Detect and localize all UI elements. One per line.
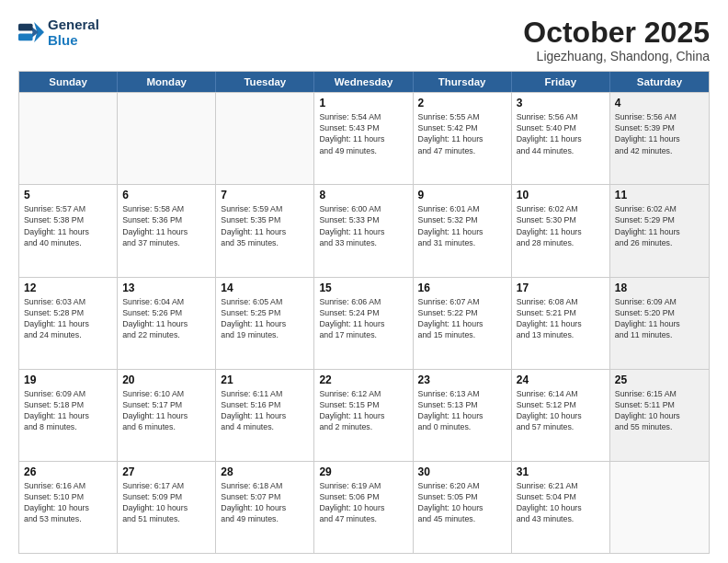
day-info: Sunrise: 5:54 AMSunset: 5:43 PMDaylight:… [319, 111, 407, 156]
logo-text: General Blue [48, 17, 99, 49]
cal-cell-5: 5Sunrise: 5:57 AMSunset: 5:38 PMDaylight… [19, 185, 118, 276]
cal-cell-6: 6Sunrise: 5:58 AMSunset: 5:36 PMDaylight… [118, 185, 216, 276]
logo-line1: General [48, 17, 99, 32]
day-info: Sunrise: 5:55 AMSunset: 5:42 PMDaylight:… [418, 111, 506, 156]
cal-cell-3: 3Sunrise: 5:56 AMSunset: 5:40 PMDaylight… [512, 93, 610, 184]
cal-cell-30: 30Sunrise: 6:20 AMSunset: 5:05 PMDayligh… [414, 462, 512, 553]
cal-cell-21: 21Sunrise: 6:11 AMSunset: 5:16 PMDayligh… [216, 370, 314, 461]
col-header-saturday: Saturday [610, 72, 709, 92]
day-number: 10 [517, 189, 605, 201]
day-number: 11 [615, 189, 704, 201]
cal-cell-empty-1 [118, 93, 216, 184]
day-info: Sunrise: 6:06 AMSunset: 5:24 PMDaylight:… [319, 296, 407, 341]
logo: General Blue [18, 17, 99, 49]
day-info: Sunrise: 6:17 AMSunset: 5:09 PMDaylight:… [122, 480, 210, 525]
day-number: 19 [24, 373, 112, 386]
day-number: 23 [418, 373, 506, 386]
cal-cell-empty-0 [19, 93, 118, 184]
cal-cell-28: 28Sunrise: 6:18 AMSunset: 5:07 PMDayligh… [216, 462, 314, 553]
day-info: Sunrise: 5:56 AMSunset: 5:39 PMDaylight:… [615, 111, 704, 156]
day-info: Sunrise: 6:09 AMSunset: 5:20 PMDaylight:… [615, 296, 704, 341]
cal-cell-26: 26Sunrise: 6:16 AMSunset: 5:10 PMDayligh… [19, 462, 118, 553]
cal-cell-2: 2Sunrise: 5:55 AMSunset: 5:42 PMDaylight… [414, 93, 512, 184]
day-number: 1 [319, 97, 407, 109]
day-info: Sunrise: 6:20 AMSunset: 5:05 PMDaylight:… [418, 480, 506, 525]
day-info: Sunrise: 6:14 AMSunset: 5:12 PMDaylight:… [517, 388, 605, 433]
day-number: 7 [221, 189, 309, 201]
cal-cell-empty-6 [610, 462, 709, 553]
week-row-3: 12Sunrise: 6:03 AMSunset: 5:28 PMDayligh… [19, 277, 709, 369]
day-number: 6 [122, 189, 210, 201]
col-header-monday: Monday [118, 72, 216, 92]
day-info: Sunrise: 5:56 AMSunset: 5:40 PMDaylight:… [517, 111, 605, 156]
cal-cell-12: 12Sunrise: 6:03 AMSunset: 5:28 PMDayligh… [19, 278, 118, 369]
cal-cell-8: 8Sunrise: 6:00 AMSunset: 5:33 PMDaylight… [314, 185, 413, 276]
day-number: 8 [319, 189, 407, 201]
day-info: Sunrise: 6:03 AMSunset: 5:28 PMDaylight:… [24, 296, 112, 341]
day-number: 17 [517, 282, 605, 294]
day-info: Sunrise: 6:16 AMSunset: 5:10 PMDaylight:… [24, 480, 112, 525]
week-row-4: 19Sunrise: 6:09 AMSunset: 5:18 PMDayligh… [19, 369, 709, 461]
day-info: Sunrise: 5:59 AMSunset: 5:35 PMDaylight:… [221, 203, 309, 248]
calendar-header: SundayMondayTuesdayWednesdayThursdayFrid… [19, 72, 709, 92]
day-number: 16 [418, 282, 506, 294]
day-info: Sunrise: 6:15 AMSunset: 5:11 PMDaylight:… [615, 388, 704, 433]
day-number: 18 [615, 282, 704, 294]
logo-icon [18, 19, 44, 45]
svg-rect-2 [18, 24, 33, 31]
week-row-1: 1Sunrise: 5:54 AMSunset: 5:43 PMDaylight… [19, 92, 709, 184]
day-number: 14 [221, 282, 309, 294]
day-number: 5 [24, 189, 112, 201]
cal-cell-11: 11Sunrise: 6:02 AMSunset: 5:29 PMDayligh… [610, 185, 709, 276]
col-header-tuesday: Tuesday [216, 72, 314, 92]
cal-cell-15: 15Sunrise: 6:06 AMSunset: 5:24 PMDayligh… [314, 278, 413, 369]
svg-rect-3 [18, 34, 33, 41]
col-header-friday: Friday [512, 72, 610, 92]
day-number: 29 [319, 465, 407, 478]
day-info: Sunrise: 6:07 AMSunset: 5:22 PMDaylight:… [418, 296, 506, 341]
day-number: 4 [615, 97, 704, 109]
cal-cell-7: 7Sunrise: 5:59 AMSunset: 5:35 PMDaylight… [216, 185, 314, 276]
day-number: 12 [24, 282, 112, 294]
cal-cell-17: 17Sunrise: 6:08 AMSunset: 5:21 PMDayligh… [512, 278, 610, 369]
calendar-page: General Blue October 2025 Ligezhuang, Sh… [0, 0, 728, 563]
day-info: Sunrise: 6:19 AMSunset: 5:06 PMDaylight:… [319, 480, 407, 525]
cal-cell-25: 25Sunrise: 6:15 AMSunset: 5:11 PMDayligh… [610, 370, 709, 461]
header: General Blue October 2025 Ligezhuang, Sh… [18, 17, 710, 63]
day-number: 13 [122, 282, 210, 294]
cal-cell-18: 18Sunrise: 6:09 AMSunset: 5:20 PMDayligh… [610, 278, 709, 369]
cal-cell-13: 13Sunrise: 6:04 AMSunset: 5:26 PMDayligh… [118, 278, 216, 369]
cal-cell-empty-2 [216, 93, 314, 184]
day-number: 3 [517, 97, 605, 109]
cal-cell-31: 31Sunrise: 6:21 AMSunset: 5:04 PMDayligh… [512, 462, 610, 553]
week-row-5: 26Sunrise: 6:16 AMSunset: 5:10 PMDayligh… [19, 461, 709, 553]
day-number: 22 [319, 373, 407, 386]
col-header-wednesday: Wednesday [314, 72, 413, 92]
month-title: October 2025 [523, 17, 710, 49]
day-number: 27 [122, 465, 210, 478]
cal-cell-29: 29Sunrise: 6:19 AMSunset: 5:06 PMDayligh… [314, 462, 413, 553]
location: Ligezhuang, Shandong, China [523, 49, 710, 63]
day-info: Sunrise: 6:13 AMSunset: 5:13 PMDaylight:… [418, 388, 506, 433]
day-number: 28 [221, 465, 309, 478]
day-info: Sunrise: 6:02 AMSunset: 5:30 PMDaylight:… [517, 203, 605, 248]
day-info: Sunrise: 6:04 AMSunset: 5:26 PMDaylight:… [122, 296, 210, 341]
col-header-sunday: Sunday [19, 72, 118, 92]
week-row-2: 5Sunrise: 5:57 AMSunset: 5:38 PMDaylight… [19, 184, 709, 276]
cal-cell-9: 9Sunrise: 6:01 AMSunset: 5:32 PMDaylight… [414, 185, 512, 276]
cal-cell-23: 23Sunrise: 6:13 AMSunset: 5:13 PMDayligh… [414, 370, 512, 461]
day-info: Sunrise: 6:21 AMSunset: 5:04 PMDaylight:… [517, 480, 605, 525]
day-info: Sunrise: 6:10 AMSunset: 5:17 PMDaylight:… [122, 388, 210, 433]
day-info: Sunrise: 6:18 AMSunset: 5:07 PMDaylight:… [221, 480, 309, 525]
cal-cell-10: 10Sunrise: 6:02 AMSunset: 5:30 PMDayligh… [512, 185, 610, 276]
day-info: Sunrise: 6:08 AMSunset: 5:21 PMDaylight:… [517, 296, 605, 341]
cal-cell-27: 27Sunrise: 6:17 AMSunset: 5:09 PMDayligh… [118, 462, 216, 553]
day-number: 26 [24, 465, 112, 478]
cal-cell-14: 14Sunrise: 6:05 AMSunset: 5:25 PMDayligh… [216, 278, 314, 369]
cal-cell-20: 20Sunrise: 6:10 AMSunset: 5:17 PMDayligh… [118, 370, 216, 461]
cal-cell-16: 16Sunrise: 6:07 AMSunset: 5:22 PMDayligh… [414, 278, 512, 369]
calendar-body: 1Sunrise: 5:54 AMSunset: 5:43 PMDaylight… [19, 92, 709, 553]
cal-cell-22: 22Sunrise: 6:12 AMSunset: 5:15 PMDayligh… [314, 370, 413, 461]
day-number: 20 [122, 373, 210, 386]
day-number: 21 [221, 373, 309, 386]
